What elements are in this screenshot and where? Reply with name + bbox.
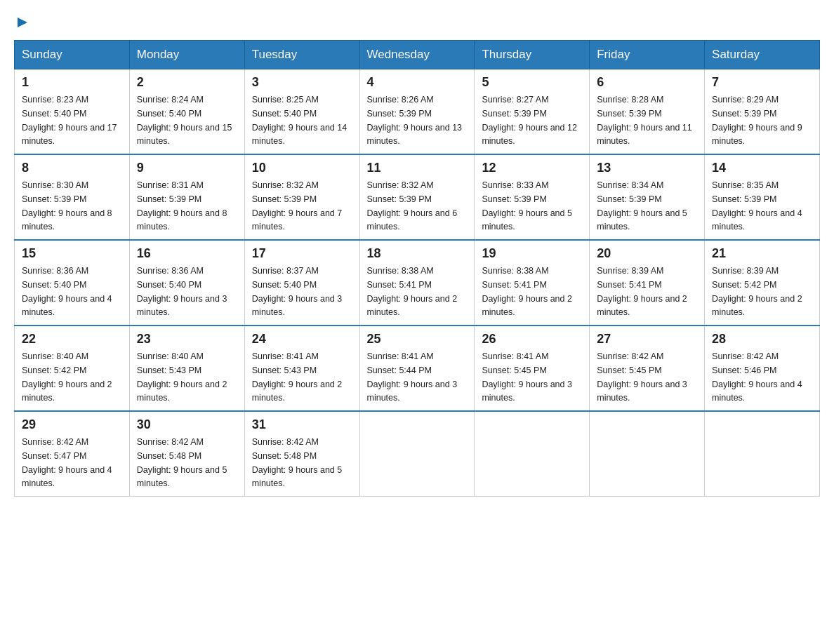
day-number: 30: [137, 417, 237, 432]
table-row: 27 Sunrise: 8:42 AMSunset: 5:45 PMDaylig…: [590, 326, 705, 411]
day-number: 25: [367, 332, 468, 347]
day-info: Sunrise: 8:40 AMSunset: 5:42 PMDaylight:…: [22, 351, 112, 403]
day-info: Sunrise: 8:38 AMSunset: 5:41 PMDaylight:…: [482, 266, 572, 317]
day-info: Sunrise: 8:34 AMSunset: 5:39 PMDaylight:…: [597, 180, 687, 232]
calendar-week-row: 8 Sunrise: 8:30 AMSunset: 5:39 PMDayligh…: [15, 154, 820, 240]
table-row: 29 Sunrise: 8:42 AMSunset: 5:47 PMDaylig…: [15, 411, 130, 497]
table-row: 11 Sunrise: 8:32 AMSunset: 5:39 PMDaylig…: [359, 154, 475, 240]
table-row: 5 Sunrise: 8:27 AMSunset: 5:39 PMDayligh…: [475, 69, 590, 155]
table-row: 25 Sunrise: 8:41 AMSunset: 5:44 PMDaylig…: [359, 326, 475, 411]
day-number: 17: [252, 246, 352, 261]
table-row: 10 Sunrise: 8:32 AMSunset: 5:39 PMDaylig…: [244, 154, 359, 240]
day-number: 16: [137, 246, 237, 261]
table-row: 12 Sunrise: 8:33 AMSunset: 5:39 PMDaylig…: [475, 154, 590, 240]
day-number: 14: [712, 161, 812, 175]
day-info: Sunrise: 8:42 AMSunset: 5:47 PMDaylight:…: [22, 437, 112, 488]
day-info: Sunrise: 8:27 AMSunset: 5:39 PMDaylight:…: [482, 95, 577, 146]
calendar-week-row: 15 Sunrise: 8:36 AMSunset: 5:40 PMDaylig…: [15, 240, 820, 326]
table-row: 31 Sunrise: 8:42 AMSunset: 5:48 PMDaylig…: [244, 411, 359, 497]
table-row: 30 Sunrise: 8:42 AMSunset: 5:48 PMDaylig…: [129, 411, 244, 497]
table-row: 7 Sunrise: 8:29 AMSunset: 5:39 PMDayligh…: [705, 69, 820, 155]
day-info: Sunrise: 8:31 AMSunset: 5:39 PMDaylight:…: [137, 180, 227, 232]
table-row: 28 Sunrise: 8:42 AMSunset: 5:46 PMDaylig…: [705, 326, 820, 411]
day-number: 18: [367, 246, 468, 261]
table-row: 9 Sunrise: 8:31 AMSunset: 5:39 PMDayligh…: [129, 154, 244, 240]
table-row: 17 Sunrise: 8:37 AMSunset: 5:40 PMDaylig…: [244, 240, 359, 326]
day-number: 3: [252, 75, 352, 90]
day-info: Sunrise: 8:24 AMSunset: 5:40 PMDaylight:…: [137, 95, 232, 146]
day-number: 8: [22, 161, 122, 175]
table-row: 13 Sunrise: 8:34 AMSunset: 5:39 PMDaylig…: [590, 154, 705, 240]
day-info: Sunrise: 8:36 AMSunset: 5:40 PMDaylight:…: [137, 266, 227, 317]
day-number: 7: [712, 75, 812, 90]
day-info: Sunrise: 8:37 AMSunset: 5:40 PMDaylight:…: [252, 266, 343, 317]
header-thursday: Thursday: [475, 41, 590, 69]
day-number: 20: [597, 246, 697, 261]
day-number: 31: [252, 417, 352, 432]
table-row: 3 Sunrise: 8:25 AMSunset: 5:40 PMDayligh…: [244, 69, 359, 155]
day-number: 27: [597, 332, 697, 347]
day-info: Sunrise: 8:26 AMSunset: 5:39 PMDaylight:…: [367, 95, 463, 146]
table-row: 1 Sunrise: 8:23 AMSunset: 5:40 PMDayligh…: [15, 69, 130, 155]
day-number: 21: [712, 246, 812, 261]
table-row: 15 Sunrise: 8:36 AMSunset: 5:40 PMDaylig…: [15, 240, 130, 326]
day-info: Sunrise: 8:42 AMSunset: 5:45 PMDaylight:…: [597, 351, 687, 403]
day-number: 4: [367, 75, 468, 90]
day-info: Sunrise: 8:28 AMSunset: 5:39 PMDaylight:…: [597, 95, 692, 146]
table-row: 2 Sunrise: 8:24 AMSunset: 5:40 PMDayligh…: [129, 69, 244, 155]
day-number: 19: [482, 246, 582, 261]
day-info: Sunrise: 8:42 AMSunset: 5:46 PMDaylight:…: [712, 351, 802, 403]
day-number: 13: [597, 161, 697, 175]
day-number: 22: [22, 332, 122, 347]
header-saturday: Saturday: [705, 41, 820, 69]
day-number: 28: [712, 332, 812, 347]
day-info: Sunrise: 8:25 AMSunset: 5:40 PMDaylight:…: [252, 95, 348, 146]
table-row: 16 Sunrise: 8:36 AMSunset: 5:40 PMDaylig…: [129, 240, 244, 326]
day-number: 29: [22, 417, 122, 432]
day-info: Sunrise: 8:36 AMSunset: 5:40 PMDaylight:…: [22, 266, 112, 317]
day-info: Sunrise: 8:41 AMSunset: 5:45 PMDaylight:…: [482, 351, 572, 403]
day-number: 24: [252, 332, 352, 347]
day-info: Sunrise: 8:30 AMSunset: 5:39 PMDaylight:…: [22, 180, 112, 232]
day-info: Sunrise: 8:40 AMSunset: 5:43 PMDaylight:…: [137, 351, 227, 403]
calendar-week-row: 29 Sunrise: 8:42 AMSunset: 5:47 PMDaylig…: [15, 411, 820, 497]
calendar-week-row: 22 Sunrise: 8:40 AMSunset: 5:42 PMDaylig…: [15, 326, 820, 411]
day-number: 10: [252, 161, 352, 175]
day-info: Sunrise: 8:23 AMSunset: 5:40 PMDaylight:…: [22, 95, 117, 146]
logo-triangle-icon: [15, 15, 30, 30]
day-number: 6: [597, 75, 697, 90]
day-number: 15: [22, 246, 122, 261]
day-info: Sunrise: 8:39 AMSunset: 5:42 PMDaylight:…: [712, 266, 802, 317]
day-info: Sunrise: 8:32 AMSunset: 5:39 PMDaylight:…: [367, 180, 458, 232]
day-info: Sunrise: 8:42 AMSunset: 5:48 PMDaylight:…: [252, 437, 343, 488]
day-info: Sunrise: 8:42 AMSunset: 5:48 PMDaylight:…: [137, 437, 227, 488]
day-info: Sunrise: 8:29 AMSunset: 5:39 PMDaylight:…: [712, 95, 802, 146]
table-row: 20 Sunrise: 8:39 AMSunset: 5:41 PMDaylig…: [590, 240, 705, 326]
calendar-week-row: 1 Sunrise: 8:23 AMSunset: 5:40 PMDayligh…: [15, 69, 820, 155]
day-info: Sunrise: 8:35 AMSunset: 5:39 PMDaylight:…: [712, 180, 802, 232]
day-info: Sunrise: 8:41 AMSunset: 5:43 PMDaylight:…: [252, 351, 343, 403]
calendar-table: Sunday Monday Tuesday Wednesday Thursday…: [14, 40, 820, 497]
day-number: 23: [137, 332, 237, 347]
table-row: 8 Sunrise: 8:30 AMSunset: 5:39 PMDayligh…: [15, 154, 130, 240]
day-number: 9: [137, 161, 237, 175]
table-row: 26 Sunrise: 8:41 AMSunset: 5:45 PMDaylig…: [475, 326, 590, 411]
table-row: 24 Sunrise: 8:41 AMSunset: 5:43 PMDaylig…: [244, 326, 359, 411]
table-row: 14 Sunrise: 8:35 AMSunset: 5:39 PMDaylig…: [705, 154, 820, 240]
header-monday: Monday: [129, 41, 244, 69]
header-sunday: Sunday: [15, 41, 130, 69]
table-row: 23 Sunrise: 8:40 AMSunset: 5:43 PMDaylig…: [129, 326, 244, 411]
table-row: 19 Sunrise: 8:38 AMSunset: 5:41 PMDaylig…: [475, 240, 590, 326]
table-row: 18 Sunrise: 8:38 AMSunset: 5:41 PMDaylig…: [359, 240, 475, 326]
svg-marker-0: [18, 18, 27, 27]
day-number: 5: [482, 75, 582, 90]
table-row: 22 Sunrise: 8:40 AMSunset: 5:42 PMDaylig…: [15, 326, 130, 411]
day-number: 26: [482, 332, 582, 347]
day-number: 2: [137, 75, 237, 90]
logo: [14, 14, 30, 26]
table-row: [475, 411, 590, 497]
page-header: [14, 14, 820, 26]
table-row: 21 Sunrise: 8:39 AMSunset: 5:42 PMDaylig…: [705, 240, 820, 326]
day-info: Sunrise: 8:41 AMSunset: 5:44 PMDaylight:…: [367, 351, 458, 403]
day-number: 12: [482, 161, 582, 175]
